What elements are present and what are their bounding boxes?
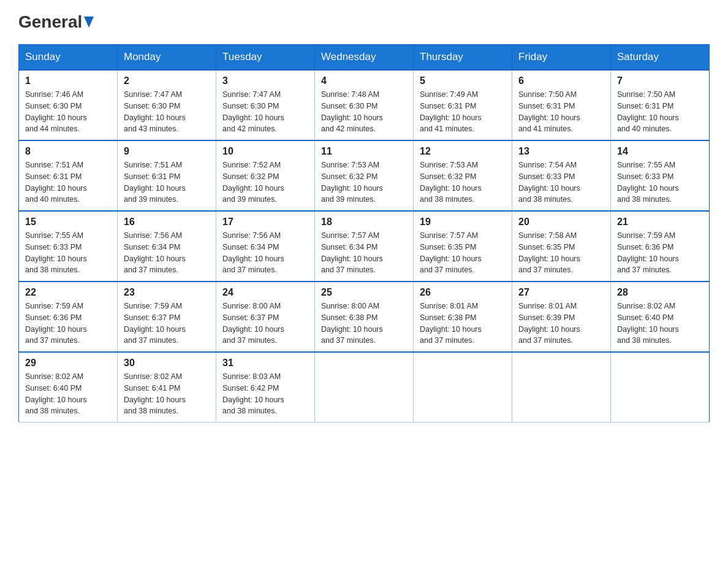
day-info: Sunrise: 8:02 AM Sunset: 6:41 PM Dayligh… bbox=[124, 371, 210, 417]
svg-marker-0 bbox=[84, 17, 94, 28]
calendar-cell: 20 Sunrise: 7:58 AM Sunset: 6:35 PM Dayl… bbox=[512, 211, 611, 282]
day-header-sunday: Sunday bbox=[19, 45, 118, 71]
day-info: Sunrise: 8:00 AM Sunset: 6:38 PM Dayligh… bbox=[321, 301, 407, 347]
day-header-thursday: Thursday bbox=[414, 45, 512, 71]
day-number: 31 bbox=[222, 358, 308, 369]
calendar-cell: 7 Sunrise: 7:50 AM Sunset: 6:31 PM Dayli… bbox=[611, 70, 710, 140]
calendar-cell bbox=[611, 352, 710, 423]
day-header-friday: Friday bbox=[512, 45, 611, 71]
day-number: 7 bbox=[617, 75, 703, 86]
calendar-cell: 26 Sunrise: 8:01 AM Sunset: 6:38 PM Dayl… bbox=[414, 282, 512, 352]
calendar-cell: 13 Sunrise: 7:54 AM Sunset: 6:33 PM Dayl… bbox=[512, 140, 611, 211]
day-number: 16 bbox=[124, 216, 210, 228]
calendar-header-row: SundayMondayTuesdayWednesdayThursdayFrid… bbox=[19, 45, 710, 71]
calendar-cell: 6 Sunrise: 7:50 AM Sunset: 6:31 PM Dayli… bbox=[512, 70, 611, 140]
calendar-week-1: 1 Sunrise: 7:46 AM Sunset: 6:30 PM Dayli… bbox=[19, 70, 710, 140]
logo: General bbox=[18, 12, 94, 32]
calendar-cell bbox=[512, 352, 611, 423]
calendar-week-2: 8 Sunrise: 7:51 AM Sunset: 6:31 PM Dayli… bbox=[19, 140, 710, 211]
day-info: Sunrise: 7:59 AM Sunset: 6:36 PM Dayligh… bbox=[617, 230, 703, 276]
calendar-cell: 19 Sunrise: 7:57 AM Sunset: 6:35 PM Dayl… bbox=[414, 211, 512, 282]
day-info: Sunrise: 8:01 AM Sunset: 6:38 PM Dayligh… bbox=[420, 301, 506, 347]
day-number: 4 bbox=[321, 75, 407, 86]
day-number: 3 bbox=[222, 75, 308, 86]
day-info: Sunrise: 8:01 AM Sunset: 6:39 PM Dayligh… bbox=[518, 301, 604, 347]
day-number: 9 bbox=[124, 146, 210, 157]
day-number: 30 bbox=[124, 358, 210, 369]
calendar-cell: 25 Sunrise: 8:00 AM Sunset: 6:38 PM Dayl… bbox=[315, 282, 414, 352]
calendar-cell bbox=[315, 352, 414, 423]
day-number: 13 bbox=[518, 146, 604, 157]
day-number: 10 bbox=[222, 146, 308, 157]
day-number: 21 bbox=[617, 216, 703, 228]
calendar-cell: 14 Sunrise: 7:55 AM Sunset: 6:33 PM Dayl… bbox=[611, 140, 710, 211]
day-number: 20 bbox=[518, 216, 604, 228]
day-number: 27 bbox=[518, 287, 604, 298]
calendar-cell: 17 Sunrise: 7:56 AM Sunset: 6:34 PM Dayl… bbox=[216, 211, 315, 282]
day-info: Sunrise: 7:54 AM Sunset: 6:33 PM Dayligh… bbox=[518, 159, 604, 205]
day-number: 15 bbox=[25, 216, 111, 228]
day-header-monday: Monday bbox=[118, 45, 216, 71]
calendar-cell: 1 Sunrise: 7:46 AM Sunset: 6:30 PM Dayli… bbox=[19, 70, 118, 140]
page-header: General bbox=[18, 12, 710, 32]
day-header-tuesday: Tuesday bbox=[216, 45, 315, 71]
calendar-cell: 18 Sunrise: 7:57 AM Sunset: 6:34 PM Dayl… bbox=[315, 211, 414, 282]
day-info: Sunrise: 7:56 AM Sunset: 6:34 PM Dayligh… bbox=[124, 230, 210, 276]
calendar-cell: 3 Sunrise: 7:47 AM Sunset: 6:30 PM Dayli… bbox=[216, 70, 315, 140]
calendar-cell: 29 Sunrise: 8:02 AM Sunset: 6:40 PM Dayl… bbox=[19, 352, 118, 423]
calendar-cell: 31 Sunrise: 8:03 AM Sunset: 6:42 PM Dayl… bbox=[216, 352, 315, 423]
calendar-cell: 5 Sunrise: 7:49 AM Sunset: 6:31 PM Dayli… bbox=[414, 70, 512, 140]
calendar-cell: 22 Sunrise: 7:59 AM Sunset: 6:36 PM Dayl… bbox=[19, 282, 118, 352]
day-header-wednesday: Wednesday bbox=[315, 45, 414, 71]
calendar-cell: 4 Sunrise: 7:48 AM Sunset: 6:30 PM Dayli… bbox=[315, 70, 414, 140]
calendar-cell: 24 Sunrise: 8:00 AM Sunset: 6:37 PM Dayl… bbox=[216, 282, 315, 352]
day-info: Sunrise: 7:52 AM Sunset: 6:32 PM Dayligh… bbox=[222, 159, 308, 205]
day-info: Sunrise: 7:51 AM Sunset: 6:31 PM Dayligh… bbox=[25, 159, 111, 205]
calendar-cell: 2 Sunrise: 7:47 AM Sunset: 6:30 PM Dayli… bbox=[118, 70, 216, 140]
calendar-cell: 15 Sunrise: 7:55 AM Sunset: 6:33 PM Dayl… bbox=[19, 211, 118, 282]
calendar-week-4: 22 Sunrise: 7:59 AM Sunset: 6:36 PM Dayl… bbox=[19, 282, 710, 352]
calendar-week-5: 29 Sunrise: 8:02 AM Sunset: 6:40 PM Dayl… bbox=[19, 352, 710, 423]
logo-arrow-icon bbox=[84, 17, 94, 30]
calendar-cell: 23 Sunrise: 7:59 AM Sunset: 6:37 PM Dayl… bbox=[118, 282, 216, 352]
day-number: 24 bbox=[222, 287, 308, 298]
day-number: 2 bbox=[124, 75, 210, 86]
calendar-table: SundayMondayTuesdayWednesdayThursdayFrid… bbox=[18, 44, 710, 423]
calendar-cell: 28 Sunrise: 8:02 AM Sunset: 6:40 PM Dayl… bbox=[611, 282, 710, 352]
day-number: 26 bbox=[420, 287, 506, 298]
day-info: Sunrise: 7:50 AM Sunset: 6:31 PM Dayligh… bbox=[518, 89, 604, 135]
day-number: 11 bbox=[321, 146, 407, 157]
day-number: 22 bbox=[25, 287, 111, 298]
day-info: Sunrise: 7:49 AM Sunset: 6:31 PM Dayligh… bbox=[420, 89, 506, 135]
day-info: Sunrise: 7:55 AM Sunset: 6:33 PM Dayligh… bbox=[617, 159, 703, 205]
day-number: 17 bbox=[222, 216, 308, 228]
day-number: 8 bbox=[25, 146, 111, 157]
day-info: Sunrise: 7:53 AM Sunset: 6:32 PM Dayligh… bbox=[420, 159, 506, 205]
calendar-cell bbox=[414, 352, 512, 423]
day-number: 14 bbox=[617, 146, 703, 157]
day-number: 28 bbox=[617, 287, 703, 298]
day-info: Sunrise: 7:50 AM Sunset: 6:31 PM Dayligh… bbox=[617, 89, 703, 135]
calendar-week-3: 15 Sunrise: 7:55 AM Sunset: 6:33 PM Dayl… bbox=[19, 211, 710, 282]
day-number: 6 bbox=[518, 75, 604, 86]
day-info: Sunrise: 7:59 AM Sunset: 6:37 PM Dayligh… bbox=[124, 301, 210, 347]
calendar-cell: 16 Sunrise: 7:56 AM Sunset: 6:34 PM Dayl… bbox=[118, 211, 216, 282]
day-number: 1 bbox=[25, 75, 111, 86]
day-number: 25 bbox=[321, 287, 407, 298]
day-number: 5 bbox=[420, 75, 506, 86]
day-number: 23 bbox=[124, 287, 210, 298]
day-info: Sunrise: 7:55 AM Sunset: 6:33 PM Dayligh… bbox=[25, 230, 111, 276]
day-info: Sunrise: 7:47 AM Sunset: 6:30 PM Dayligh… bbox=[124, 89, 210, 135]
day-info: Sunrise: 7:46 AM Sunset: 6:30 PM Dayligh… bbox=[25, 89, 111, 135]
day-info: Sunrise: 7:57 AM Sunset: 6:35 PM Dayligh… bbox=[420, 230, 506, 276]
day-info: Sunrise: 8:02 AM Sunset: 6:40 PM Dayligh… bbox=[617, 301, 703, 347]
day-info: Sunrise: 8:03 AM Sunset: 6:42 PM Dayligh… bbox=[222, 371, 308, 417]
day-info: Sunrise: 7:47 AM Sunset: 6:30 PM Dayligh… bbox=[222, 89, 308, 135]
day-info: Sunrise: 7:56 AM Sunset: 6:34 PM Dayligh… bbox=[222, 230, 308, 276]
day-header-saturday: Saturday bbox=[611, 45, 710, 71]
calendar-cell: 27 Sunrise: 8:01 AM Sunset: 6:39 PM Dayl… bbox=[512, 282, 611, 352]
day-info: Sunrise: 7:59 AM Sunset: 6:36 PM Dayligh… bbox=[25, 301, 111, 347]
day-info: Sunrise: 7:51 AM Sunset: 6:31 PM Dayligh… bbox=[124, 159, 210, 205]
day-info: Sunrise: 7:48 AM Sunset: 6:30 PM Dayligh… bbox=[321, 89, 407, 135]
calendar-cell: 11 Sunrise: 7:53 AM Sunset: 6:32 PM Dayl… bbox=[315, 140, 414, 211]
